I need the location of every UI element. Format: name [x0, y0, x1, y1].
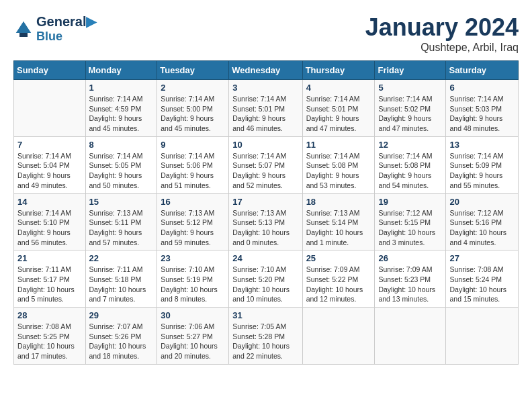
day-number: 9 [161, 140, 225, 150]
day-number: 6 [449, 83, 515, 93]
logo-text: General▶ [36, 13, 96, 30]
calendar-cell: 12Sunrise: 7:14 AM Sunset: 5:08 PM Dayli… [375, 136, 446, 193]
weekday-header-friday: Friday [375, 61, 446, 80]
day-info: Sunrise: 7:06 AM Sunset: 5:27 PM Dayligh… [161, 322, 225, 361]
day-number: 28 [17, 310, 82, 320]
day-info: Sunrise: 7:14 AM Sunset: 5:07 PM Dayligh… [232, 151, 298, 191]
day-info: Sunrise: 7:05 AM Sunset: 5:28 PM Dayligh… [232, 322, 298, 361]
day-number: 15 [89, 197, 154, 207]
day-number: 29 [89, 310, 154, 320]
calendar-cell [375, 308, 446, 365]
calendar-header-row: SundayMondayTuesdayWednesdayThursdayFrid… [14, 61, 519, 80]
day-info: Sunrise: 7:14 AM Sunset: 5:01 PM Dayligh… [232, 94, 298, 134]
weekday-header-sunday: Sunday [14, 61, 86, 80]
day-number: 19 [378, 197, 442, 207]
page-header: General▶ Blue January 2024 Qushtepe, Arb… [13, 13, 519, 54]
weekday-header-saturday: Saturday [446, 61, 519, 80]
calendar-table: SundayMondayTuesdayWednesdayThursdayFrid… [13, 60, 519, 365]
calendar-cell: 17Sunrise: 7:13 AM Sunset: 5:13 PM Dayli… [229, 193, 302, 250]
day-info: Sunrise: 7:14 AM Sunset: 5:09 PM Dayligh… [449, 151, 515, 191]
calendar-cell: 23Sunrise: 7:10 AM Sunset: 5:19 PM Dayli… [157, 250, 229, 308]
calendar-cell: 14Sunrise: 7:14 AM Sunset: 5:10 PM Dayli… [14, 193, 86, 250]
day-info: Sunrise: 7:13 AM Sunset: 5:14 PM Dayligh… [306, 208, 371, 248]
weekday-header-thursday: Thursday [302, 61, 375, 80]
calendar-cell: 8Sunrise: 7:14 AM Sunset: 5:05 PM Daylig… [85, 136, 157, 193]
calendar-cell: 13Sunrise: 7:14 AM Sunset: 5:09 PM Dayli… [446, 136, 519, 193]
month-title: January 2024 [365, 13, 519, 42]
calendar-cell: 10Sunrise: 7:14 AM Sunset: 5:07 PM Dayli… [229, 136, 302, 193]
day-info: Sunrise: 7:14 AM Sunset: 4:59 PM Dayligh… [89, 94, 154, 134]
calendar-week-row: 21Sunrise: 7:11 AM Sunset: 5:17 PM Dayli… [14, 250, 519, 308]
day-number: 22 [89, 253, 154, 263]
calendar-cell: 2Sunrise: 7:14 AM Sunset: 5:00 PM Daylig… [157, 80, 229, 137]
logo: General▶ Blue [13, 13, 96, 44]
day-info: Sunrise: 7:14 AM Sunset: 5:00 PM Dayligh… [161, 94, 225, 134]
calendar-cell: 9Sunrise: 7:14 AM Sunset: 5:06 PM Daylig… [157, 136, 229, 193]
calendar-cell: 15Sunrise: 7:13 AM Sunset: 5:11 PM Dayli… [85, 193, 157, 250]
weekday-header-wednesday: Wednesday [229, 61, 302, 80]
day-number: 18 [306, 197, 371, 207]
calendar-cell: 28Sunrise: 7:08 AM Sunset: 5:25 PM Dayli… [14, 308, 86, 365]
day-number: 16 [161, 197, 225, 207]
calendar-cell: 21Sunrise: 7:11 AM Sunset: 5:17 PM Dayli… [14, 250, 86, 308]
day-number: 25 [306, 253, 371, 263]
day-number: 23 [161, 253, 225, 263]
weekday-header-monday: Monday [85, 61, 157, 80]
day-number: 7 [17, 140, 82, 150]
logo-subtext: Blue [36, 30, 96, 44]
location: Qushtepe, Arbil, Iraq [365, 42, 519, 54]
calendar-cell [14, 80, 86, 137]
day-info: Sunrise: 7:08 AM Sunset: 5:24 PM Dayligh… [449, 265, 515, 304]
logo-icon [13, 19, 34, 39]
day-number: 5 [378, 83, 442, 93]
calendar-cell: 26Sunrise: 7:09 AM Sunset: 5:23 PM Dayli… [375, 250, 446, 308]
day-number: 26 [378, 253, 442, 263]
calendar-week-row: 1Sunrise: 7:14 AM Sunset: 4:59 PM Daylig… [14, 80, 519, 137]
calendar-cell: 22Sunrise: 7:11 AM Sunset: 5:18 PM Dayli… [85, 250, 157, 308]
day-info: Sunrise: 7:14 AM Sunset: 5:05 PM Dayligh… [89, 151, 154, 191]
day-number: 14 [17, 197, 82, 207]
calendar-cell: 4Sunrise: 7:14 AM Sunset: 5:01 PM Daylig… [302, 80, 375, 137]
day-number: 17 [232, 197, 298, 207]
calendar-week-row: 14Sunrise: 7:14 AM Sunset: 5:10 PM Dayli… [14, 193, 519, 250]
day-info: Sunrise: 7:14 AM Sunset: 5:10 PM Dayligh… [17, 208, 82, 248]
calendar-cell: 3Sunrise: 7:14 AM Sunset: 5:01 PM Daylig… [229, 80, 302, 137]
day-info: Sunrise: 7:14 AM Sunset: 5:01 PM Dayligh… [306, 94, 371, 134]
calendar-cell: 25Sunrise: 7:09 AM Sunset: 5:22 PM Dayli… [302, 250, 375, 308]
calendar-cell [446, 308, 519, 365]
day-number: 10 [232, 140, 298, 150]
calendar-cell: 7Sunrise: 7:14 AM Sunset: 5:04 PM Daylig… [14, 136, 86, 193]
day-info: Sunrise: 7:12 AM Sunset: 5:16 PM Dayligh… [449, 208, 515, 248]
calendar-cell: 30Sunrise: 7:06 AM Sunset: 5:27 PM Dayli… [157, 308, 229, 365]
svg-marker-0 [16, 21, 32, 32]
day-number: 31 [232, 310, 298, 320]
day-number: 20 [449, 197, 515, 207]
day-info: Sunrise: 7:13 AM Sunset: 5:13 PM Dayligh… [232, 208, 298, 248]
day-number: 13 [449, 140, 515, 150]
day-info: Sunrise: 7:13 AM Sunset: 5:12 PM Dayligh… [161, 208, 225, 248]
calendar-cell: 16Sunrise: 7:13 AM Sunset: 5:12 PM Dayli… [157, 193, 229, 250]
calendar-cell: 1Sunrise: 7:14 AM Sunset: 4:59 PM Daylig… [85, 80, 157, 137]
day-info: Sunrise: 7:08 AM Sunset: 5:25 PM Dayligh… [17, 322, 82, 361]
calendar-cell: 18Sunrise: 7:13 AM Sunset: 5:14 PM Dayli… [302, 193, 375, 250]
day-info: Sunrise: 7:07 AM Sunset: 5:26 PM Dayligh… [89, 322, 154, 361]
day-number: 12 [378, 140, 442, 150]
calendar-cell: 24Sunrise: 7:10 AM Sunset: 5:20 PM Dayli… [229, 250, 302, 308]
calendar-cell: 29Sunrise: 7:07 AM Sunset: 5:26 PM Dayli… [85, 308, 157, 365]
calendar-cell: 5Sunrise: 7:14 AM Sunset: 5:02 PM Daylig… [375, 80, 446, 137]
calendar-cell: 19Sunrise: 7:12 AM Sunset: 5:15 PM Dayli… [375, 193, 446, 250]
day-info: Sunrise: 7:09 AM Sunset: 5:22 PM Dayligh… [306, 265, 371, 304]
day-number: 1 [89, 83, 154, 93]
day-info: Sunrise: 7:11 AM Sunset: 5:18 PM Dayligh… [89, 265, 154, 304]
calendar-week-row: 28Sunrise: 7:08 AM Sunset: 5:25 PM Dayli… [14, 308, 519, 365]
day-info: Sunrise: 7:12 AM Sunset: 5:15 PM Dayligh… [378, 208, 442, 248]
title-block: January 2024 Qushtepe, Arbil, Iraq [365, 13, 519, 54]
day-info: Sunrise: 7:14 AM Sunset: 5:08 PM Dayligh… [306, 151, 371, 191]
calendar-cell: 6Sunrise: 7:14 AM Sunset: 5:03 PM Daylig… [446, 80, 519, 137]
day-number: 27 [449, 253, 515, 263]
day-number: 24 [232, 253, 298, 263]
svg-rect-1 [19, 33, 28, 37]
day-info: Sunrise: 7:14 AM Sunset: 5:02 PM Dayligh… [378, 94, 442, 134]
day-info: Sunrise: 7:14 AM Sunset: 5:08 PM Dayligh… [378, 151, 442, 191]
calendar-cell: 20Sunrise: 7:12 AM Sunset: 5:16 PM Dayli… [446, 193, 519, 250]
